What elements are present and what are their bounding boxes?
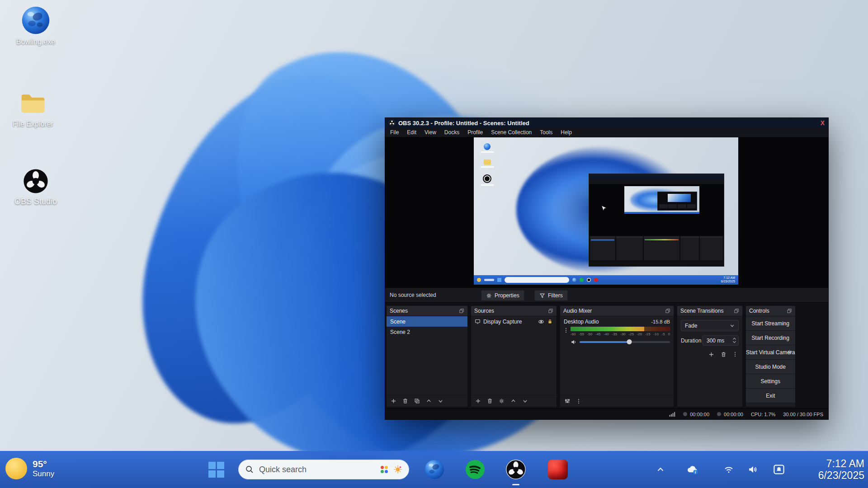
desktop-icon-obs-studio[interactable]: OBS Studio (6, 168, 65, 206)
remove-transition-button[interactable] (721, 351, 726, 357)
add-transition-button[interactable] (708, 351, 714, 357)
sun-icon (5, 458, 27, 479)
menu-tools[interactable]: Tools (536, 129, 557, 136)
transitions-header: Scene Transitions (677, 306, 742, 316)
add-scene-button[interactable] (391, 398, 396, 404)
transition-selected: Fade (685, 323, 697, 329)
visibility-eye-icon[interactable] (538, 319, 544, 325)
preview-desktop-icons (481, 143, 494, 186)
taskbar: 95° Sunny Quick search (0, 451, 868, 488)
add-source-button[interactable] (475, 398, 481, 404)
start-virtual-camera-button[interactable]: Start Virtual Camera (746, 345, 795, 360)
tray-volume[interactable] (747, 464, 759, 475)
lock-icon[interactable] (547, 319, 553, 324)
menu-view[interactable]: View (420, 129, 440, 136)
tray-notifications[interactable] (772, 463, 786, 476)
transition-dropdown[interactable]: Fade (681, 320, 739, 331)
audio-mixer-title: Audio Mixer (563, 308, 592, 314)
weather-temp: 95° (33, 458, 54, 469)
search-highlights-icon[interactable] (393, 465, 402, 474)
advanced-audio-button[interactable] (564, 398, 571, 404)
dock-icon[interactable] (734, 308, 739, 314)
source-item-display-capture[interactable]: Display Capture (471, 316, 557, 327)
remove-scene-button[interactable] (402, 398, 408, 404)
duration-spinner[interactable]: 300 ms (703, 335, 739, 346)
audio-mixer-panel: Audio Mixer Desktop Audio -15.8 dB (560, 305, 674, 407)
taskbar-app-spotify[interactable] (464, 458, 486, 481)
search-placeholder: Quick search (259, 465, 307, 474)
taskbar-weather-widget[interactable]: 95° Sunny (5, 458, 54, 479)
cpu-usage: CPU: 1.7% (751, 412, 775, 417)
tray-wifi[interactable] (723, 464, 735, 475)
weather-condition: Sunny (33, 469, 54, 479)
sources-panel: Sources Display Capture (471, 305, 557, 407)
scenes-title: Scenes (390, 308, 408, 314)
exit-button[interactable]: Exit (746, 389, 795, 403)
transition-options-icon[interactable] (733, 351, 737, 357)
taskbar-clock[interactable]: 7:12 AM 6/23/2025 (818, 458, 864, 482)
menu-help[interactable]: Help (557, 129, 576, 136)
menu-profile[interactable]: Profile (463, 129, 487, 136)
dock-icon[interactable] (787, 308, 792, 314)
remove-source-button[interactable] (487, 398, 493, 404)
desktop-icon-label: Bowling.exe (6, 38, 65, 46)
scenes-panel: Scenes Scene Scene 2 (386, 305, 468, 407)
desktop-icon-file-explorer[interactable]: File Explorer (4, 89, 62, 128)
scenes-header: Scenes (387, 306, 467, 316)
duplicate-scene-button[interactable] (414, 398, 420, 404)
source-properties-button[interactable] (499, 398, 505, 404)
windows-logo-icon (208, 462, 216, 469)
speaker-icon[interactable] (571, 339, 577, 345)
filters-label: Filters (548, 292, 563, 299)
audio-channel-name: Desktop Audio (564, 319, 599, 325)
start-streaming-button[interactable]: Start Streaming (746, 316, 795, 331)
duration-label: Duration (681, 338, 701, 344)
studio-mode-button[interactable]: Studio Mode (746, 360, 795, 374)
folder-icon (19, 89, 47, 117)
stats-signal-icon (669, 411, 675, 417)
chevron-down-icon (730, 323, 735, 328)
menu-docks[interactable]: Docks (440, 129, 463, 136)
volume-handle[interactable] (627, 339, 632, 344)
mixer-menu-icon[interactable] (564, 327, 568, 333)
audio-mixer-toolbar (560, 395, 674, 407)
dock-icon[interactable] (548, 308, 553, 314)
dock-icon[interactable] (459, 308, 464, 314)
obs-titlebar[interactable]: OBS 30.2.3 - Profile: Untitled - Scenes:… (385, 118, 828, 128)
move-source-up-button[interactable] (510, 398, 516, 404)
tray-weather-cloud[interactable] (685, 463, 700, 476)
filters-button[interactable]: Filters (534, 290, 568, 301)
scene-item-selected[interactable]: Scene (387, 316, 467, 327)
properties-button[interactable]: Properties (481, 290, 524, 301)
desktop-icon-bowling[interactable]: Bowling.exe (6, 5, 65, 46)
move-scene-down-button[interactable] (438, 398, 443, 404)
taskbar-app-blue-sphere[interactable] (423, 458, 446, 481)
start-recording-button[interactable]: Start Recording (746, 331, 795, 345)
mixer-options-icon[interactable] (576, 398, 581, 404)
scene-item[interactable]: Scene 2 (387, 327, 467, 337)
spinner-arrows-icon[interactable] (732, 338, 736, 343)
start-button[interactable] (208, 462, 224, 478)
display-capture-preview[interactable]: 7:12 AM 6/23/2025 (474, 137, 738, 285)
obs-menubar: File Edit View Docks Profile Scene Colle… (385, 128, 828, 137)
preview-area: 7:12 AM 6/23/2025 (385, 137, 828, 287)
tray-chevron[interactable] (655, 465, 666, 474)
monitor-icon (475, 319, 481, 324)
visual-search-icon[interactable] (381, 466, 388, 473)
move-source-down-button[interactable] (522, 398, 528, 404)
menu-edit[interactable]: Edit (403, 129, 420, 136)
controls-title: Controls (749, 308, 769, 314)
move-scene-up-button[interactable] (426, 398, 432, 404)
dock-icon[interactable] (665, 308, 670, 314)
volume-slider[interactable] (580, 341, 670, 343)
menu-file[interactable]: File (386, 129, 403, 136)
menu-scene-collection[interactable]: Scene Collection (487, 129, 536, 136)
close-button[interactable]: X (821, 120, 825, 126)
gear-icon (486, 293, 492, 299)
taskbar-app-red[interactable] (547, 458, 569, 481)
settings-button[interactable]: Settings (746, 374, 795, 389)
sources-title: Sources (474, 308, 494, 314)
virtual-camera-config-icon[interactable] (787, 349, 793, 355)
taskbar-app-obs[interactable] (505, 458, 527, 481)
taskbar-search[interactable]: Quick search (238, 460, 409, 479)
